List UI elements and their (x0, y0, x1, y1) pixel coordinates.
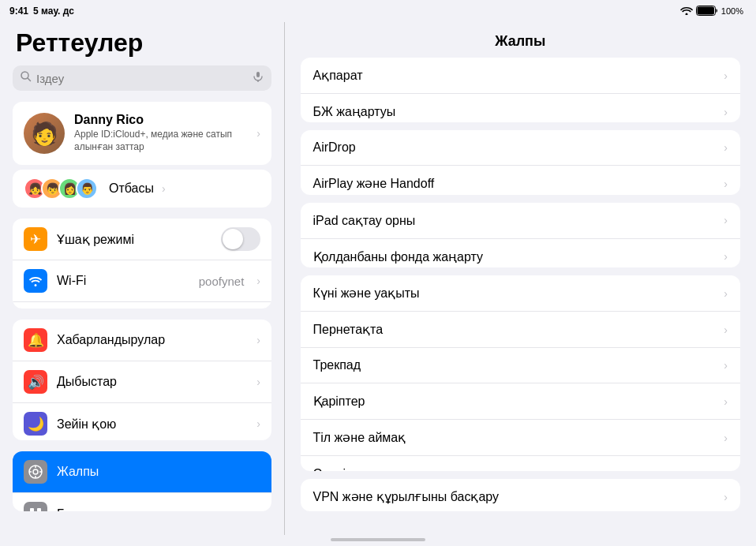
notifications-chevron: › (256, 334, 260, 346)
sidebar-item-airplane[interactable]: ✈ Ұшақ режимі (13, 219, 271, 260)
right-row-language[interactable]: Тіл және аймақ › (301, 420, 741, 456)
right-row-dictionary[interactable]: Сөздік › (301, 456, 741, 471)
right-group-airdrop: AirDrop › AirPlay және Handoff › (301, 130, 741, 194)
status-bar-left: 9:41 5 мау. дс (9, 6, 74, 17)
profile-chevron: › (256, 127, 260, 140)
sidebar-item-bluetooth[interactable]: Bluetooth Қосулы › (13, 302, 271, 309)
vpn-label: VPN және құрылғыны басқару (313, 489, 724, 504)
trackpad-chevron: › (724, 359, 728, 372)
control-center-icon (24, 502, 47, 511)
vpn-chevron: › (724, 491, 728, 503)
svg-rect-1 (697, 6, 714, 14)
family-avatar-4: 👨 (76, 178, 98, 200)
airplane-toggle[interactable] (221, 227, 260, 251)
family-row[interactable]: 👧 👦 👩 👨 Отбасы › (13, 170, 271, 208)
software-update-chevron: › (724, 106, 728, 118)
keyboard-chevron: › (724, 323, 728, 336)
right-panel: Жалпы Ақпарат › БЖ жаңартуы › AirDrop › … (285, 22, 757, 535)
airplane-label: Ұшақ режимі (57, 232, 211, 247)
avatar: 🧑 (24, 113, 65, 154)
right-row-airplay[interactable]: AirPlay және Handoff › (301, 166, 741, 194)
main-layout: Реттеулер 🧑 (0, 22, 756, 535)
airplane-icon: ✈ (24, 227, 47, 251)
right-row-airdrop[interactable]: AirDrop › (301, 130, 741, 166)
about-chevron: › (724, 69, 728, 82)
right-row-keyboard[interactable]: Пернетақта › (301, 312, 741, 348)
profile-card[interactable]: 🧑 Danny Rico Apple ID:iCloud+, медиа жән… (13, 102, 271, 165)
language-chevron: › (724, 432, 728, 444)
dictionary-chevron: › (724, 468, 728, 472)
right-row-fonts[interactable]: Қаріптер › (301, 383, 741, 420)
about-label: Ақпарат (313, 68, 724, 83)
wifi-icon (680, 6, 693, 17)
airplay-label: AirPlay және Handoff (313, 176, 724, 191)
control-chevron: › (256, 507, 260, 511)
sidebar-title: Реттеулер (13, 22, 271, 65)
sidebar-item-control-center[interactable]: Басқару орталығы › (13, 493, 271, 511)
home-indicator (331, 538, 425, 541)
svg-rect-11 (30, 508, 34, 511)
datetime-chevron: › (724, 287, 728, 300)
svg-rect-3 (256, 72, 260, 77)
profile-subtitle: Apple ID:iCloud+, медиа және сатып алынғ… (74, 129, 247, 153)
datetime-label: Күні және уақыты (313, 286, 724, 301)
sounds-label: Дыбыстар (57, 375, 247, 389)
search-bar[interactable] (13, 65, 271, 91)
notifications-icon: 🔔 (24, 328, 47, 352)
settings-group-notifications: 🔔 Хабарландырулар › 🔊 Дыбыстар › 🌙 Зейін… (13, 320, 271, 440)
status-bar: 9:41 5 мау. дс 100% (0, 0, 756, 22)
sidebar-item-wifi[interactable]: Wi-Fi poofynet › (13, 260, 271, 302)
background-refresh-label: Қолданбаны фонда жаңарту (313, 249, 724, 264)
airplay-chevron: › (724, 178, 728, 190)
right-row-datetime[interactable]: Күні және уақыты › (301, 275, 741, 312)
status-date: 5 мау. дс (33, 6, 74, 17)
background-refresh-chevron: › (724, 250, 728, 263)
keyboard-label: Пернетақта (313, 322, 724, 337)
focus-chevron: › (256, 417, 260, 430)
toggle-knob (223, 229, 243, 249)
airdrop-label: AirDrop (313, 140, 724, 155)
wifi-label: Wi-Fi (57, 274, 189, 288)
family-chevron: › (162, 182, 166, 195)
general-icon (24, 460, 47, 484)
settings-group-connectivity: ✈ Ұшақ режимі Wi-Fi poofynet › (13, 219, 271, 309)
ipad-storage-label: iPad сақтау орны (313, 213, 724, 228)
right-row-about[interactable]: Ақпарат › (301, 58, 741, 94)
right-row-ipad-storage[interactable]: iPad сақтау орны › (301, 203, 741, 239)
ipad-storage-chevron: › (724, 214, 728, 226)
focus-label: Зейін қою (57, 417, 247, 432)
settings-group-general: Жалпы Басқару орталығы › (13, 451, 271, 511)
right-group-storage: iPad сақтау орны › Қолданбаны фонда жаңа… (301, 203, 741, 267)
right-row-background-refresh[interactable]: Қолданбаны фонда жаңарту › (301, 239, 741, 267)
control-center-label: Басқару орталығы (57, 507, 247, 511)
sidebar: Реттеулер 🧑 (0, 22, 284, 535)
sounds-icon: 🔊 (24, 370, 47, 394)
right-row-software-update[interactable]: БЖ жаңартуы › (301, 94, 741, 122)
right-group-datetime: Күні және уақыты › Пернетақта › Трекпад … (301, 275, 741, 471)
airdrop-chevron: › (724, 141, 728, 154)
notifications-label: Хабарландырулар (57, 333, 247, 347)
battery-icon (696, 6, 718, 17)
sidebar-item-sounds[interactable]: 🔊 Дыбыстар › (13, 361, 271, 403)
fonts-label: Қаріптер (313, 394, 724, 409)
status-bar-right: 100% (680, 6, 743, 17)
profile-name: Danny Rico (74, 113, 247, 127)
fonts-chevron: › (724, 395, 728, 408)
microphone-icon[interactable] (253, 71, 264, 85)
wifi-settings-icon (24, 269, 47, 293)
status-time: 9:41 (9, 6, 28, 17)
right-group-about: Ақпарат › БЖ жаңартуы › (301, 58, 741, 122)
sidebar-item-notifications[interactable]: 🔔 Хабарландырулар › (13, 320, 271, 361)
search-input[interactable] (36, 72, 248, 85)
sidebar-item-focus[interactable]: 🌙 Зейін қою › (13, 403, 271, 440)
wifi-chevron: › (256, 275, 260, 287)
right-row-trackpad[interactable]: Трекпад › (301, 348, 741, 383)
focus-icon: 🌙 (24, 412, 47, 436)
dictionary-label: Сөздік (313, 466, 724, 471)
battery-percent: 100% (721, 6, 743, 16)
right-group-vpn: VPN және құрылғыны басқару › (301, 479, 741, 511)
software-update-label: БЖ жаңартуы (313, 104, 724, 119)
right-row-vpn[interactable]: VPN және құрылғыны басқару › (301, 479, 741, 511)
sidebar-item-general[interactable]: Жалпы (13, 451, 271, 493)
svg-point-6 (33, 469, 38, 474)
